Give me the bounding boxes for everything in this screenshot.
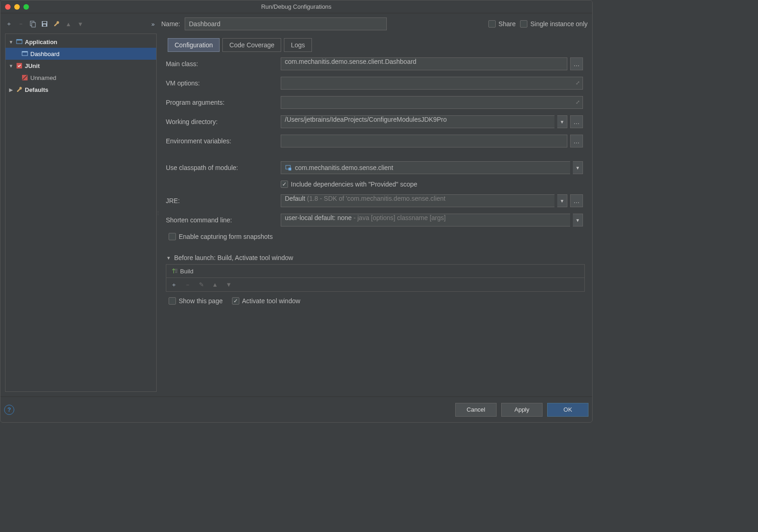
shorten-cmd-dropdown[interactable]: ▼: [573, 214, 583, 226]
vm-options-label: VM options:: [166, 79, 276, 87]
svg-rect-13: [288, 168, 291, 170]
move-task-up-icon[interactable]: ▲: [211, 281, 219, 289]
tab-code-coverage[interactable]: Code Coverage: [222, 38, 281, 52]
env-vars-label: Environment variables:: [166, 137, 276, 145]
cancel-button[interactable]: Cancel: [455, 403, 497, 417]
ok-button[interactable]: OK: [547, 403, 588, 417]
tree-label: Dashboard: [30, 51, 60, 57]
program-args-label: Program arguments:: [166, 99, 276, 106]
tree-node-application[interactable]: ▼ Application: [6, 36, 156, 48]
tree-node-dashboard[interactable]: Dashboard: [6, 48, 156, 60]
classpath-module-dropdown[interactable]: ▼: [573, 161, 583, 174]
jre-dropdown[interactable]: ▼: [557, 194, 567, 207]
name-label: Name:: [161, 20, 180, 28]
include-provided-label: Include dependencies with "Provided" sco…: [291, 181, 417, 188]
apply-button[interactable]: Apply: [501, 403, 543, 417]
before-launch-list[interactable]: 0110 Build: [166, 264, 585, 278]
edit-task-icon[interactable]: ✎: [198, 281, 205, 289]
svg-rect-6: [17, 40, 22, 40]
titlebar: Run/Debug Configurations: [0, 0, 592, 13]
before-launch-toolbar: ＋ － ✎ ▲ ▼: [166, 278, 585, 292]
wrench-icon[interactable]: [53, 20, 60, 28]
shorten-cmd-select[interactable]: user-local default: none - java [options…: [281, 214, 570, 226]
help-button[interactable]: ?: [4, 405, 14, 415]
chevron-down-icon: ▼: [8, 63, 14, 68]
browse-working-dir-button[interactable]: …: [570, 115, 583, 128]
expand-icon[interactable]: ⤢: [576, 99, 580, 105]
window-title: Run/Debug Configurations: [0, 3, 592, 10]
config-tree[interactable]: ▼ Application Dashboard ▼ JUnit: [5, 34, 157, 392]
tree-node-defaults[interactable]: ▶ Defaults: [6, 84, 156, 96]
copy-config-icon[interactable]: [29, 20, 36, 28]
show-this-page-checkbox[interactable]: Show this page: [169, 297, 223, 305]
more-icon[interactable]: »: [149, 20, 157, 28]
before-launch-header[interactable]: ▼ Before launch: Build, Activate tool wi…: [166, 254, 585, 261]
move-down-icon[interactable]: ▼: [77, 20, 84, 28]
add-task-icon[interactable]: ＋: [170, 281, 177, 289]
svg-rect-1: [32, 23, 35, 27]
chevron-down-icon: ▼: [8, 40, 14, 45]
jre-select[interactable]: Default (1.8 - SDK of 'com.mechanitis.de…: [281, 194, 554, 207]
tree-node-unnamed[interactable]: Unnamed: [6, 72, 156, 84]
browse-env-vars-button[interactable]: …: [570, 135, 583, 147]
working-dir-dropdown[interactable]: ▼: [557, 115, 567, 128]
tree-label: Application: [25, 39, 57, 45]
working-dir-input[interactable]: /Users/jetbrains/IdeaProjects/ConfigureM…: [281, 115, 554, 128]
move-up-icon[interactable]: ▲: [65, 20, 72, 28]
svg-rect-4: [43, 24, 46, 26]
activate-tool-window-checkbox[interactable]: Activate tool window: [232, 297, 300, 305]
dialog-window: Run/Debug Configurations ＋ － ▲ ▼ » Name:…: [0, 0, 593, 423]
tree-node-junit[interactable]: ▼ JUnit: [6, 60, 156, 72]
share-checkbox[interactable]: Share: [488, 20, 515, 28]
module-icon: [285, 164, 292, 171]
tab-logs[interactable]: Logs: [284, 38, 311, 52]
shorten-cmd-label: Shorten command line:: [166, 216, 276, 224]
browse-main-class-button[interactable]: …: [570, 57, 583, 70]
tree-toolbar: ＋ － ▲ ▼ »: [5, 17, 157, 31]
working-dir-label: Working directory:: [166, 118, 276, 125]
share-label: Share: [498, 20, 515, 28]
config-name-input[interactable]: [185, 17, 387, 30]
browse-jre-button[interactable]: …: [570, 194, 583, 207]
build-icon: 0110: [170, 267, 177, 275]
chevron-right-icon: ▶: [8, 87, 14, 92]
main-class-input[interactable]: com.mechanitis.demo.sense.client.Dashboa…: [281, 57, 567, 70]
save-config-icon[interactable]: [41, 20, 48, 28]
classpath-module-select[interactable]: com.mechanitis.demo.sense.client: [281, 161, 570, 174]
form-snapshots-label: Enable capturing form snapshots: [179, 233, 273, 240]
single-instance-label: Single instance only: [530, 20, 588, 28]
include-provided-checkbox[interactable]: Include dependencies with "Provided" sco…: [281, 181, 417, 188]
classpath-module-label: Use classpath of module:: [166, 164, 276, 171]
tree-label: Unnamed: [30, 74, 56, 81]
main-class-label: Main class:: [166, 60, 276, 68]
remove-config-icon[interactable]: －: [17, 20, 24, 28]
vm-options-input[interactable]: ⤢: [281, 77, 583, 90]
svg-rect-3: [43, 22, 46, 23]
jre-label: JRE:: [166, 197, 276, 204]
before-launch-item: Build: [180, 268, 193, 275]
chevron-down-icon: ▼: [166, 255, 171, 260]
move-task-down-icon[interactable]: ▼: [225, 281, 232, 289]
expand-icon[interactable]: ⤢: [576, 80, 580, 86]
tree-label: Defaults: [25, 86, 48, 93]
single-instance-checkbox[interactable]: Single instance only: [520, 20, 588, 28]
tab-configuration[interactable]: Configuration: [168, 38, 220, 52]
env-vars-input[interactable]: [281, 135, 567, 147]
remove-task-icon[interactable]: －: [184, 281, 191, 289]
program-args-input[interactable]: ⤢: [281, 96, 583, 109]
svg-rect-8: [22, 51, 28, 52]
form-snapshots-checkbox[interactable]: Enable capturing form snapshots: [169, 233, 273, 240]
svg-text:10: 10: [175, 271, 177, 273]
tree-label: JUnit: [25, 62, 40, 69]
add-config-icon[interactable]: ＋: [5, 20, 12, 28]
